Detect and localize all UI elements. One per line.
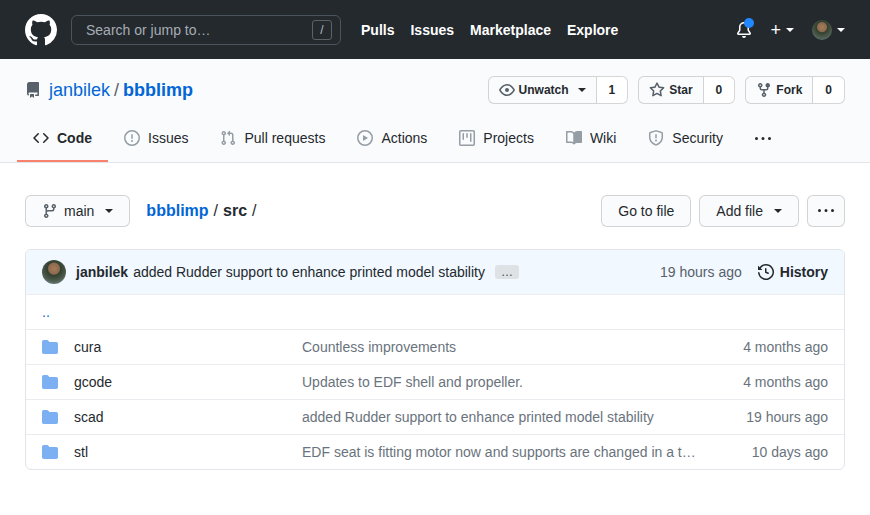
git-branch-icon [42,203,58,219]
tab-actions-label: Actions [381,130,427,146]
user-avatar [812,20,832,40]
table-row: gcode Updates to EDF shell and propeller… [26,364,844,399]
chevron-down-icon [774,209,782,217]
tab-pull-requests[interactable]: Pull requests [204,118,341,162]
file-commit-message-link[interactable]: EDF seat is fitting motor now and suppor… [302,444,700,460]
tab-wiki-label: Wiki [590,130,616,146]
topbar-right: + [736,20,845,40]
shield-icon [648,130,664,146]
fork-label: Fork [776,80,802,100]
tab-actions[interactable]: Actions [341,118,443,162]
commit-description-expander[interactable]: … [495,265,519,279]
commit-author-link[interactable]: janbilek [76,264,128,280]
pull-request-icon [220,130,236,146]
tab-wiki[interactable]: Wiki [550,118,632,162]
watch-button-group: Unwatch 1 [488,76,629,104]
fork-button[interactable]: Fork [745,76,813,104]
chevron-down-icon [837,28,845,36]
page-title: janbilek/bbblimp [49,80,193,101]
repo-social-actions: Unwatch 1 Star 0 Fork 0 [488,76,845,104]
file-commit-age[interactable]: 10 days ago [716,444,828,460]
history-label: History [780,264,828,280]
book-icon [566,130,582,146]
user-menu[interactable] [812,20,845,40]
file-navigation-toolbar: main bbblimp/src/ Go to file Add file [25,195,845,227]
tab-security-label: Security [672,130,723,146]
file-commit-message-link[interactable]: added Rudder support to enhance printed … [302,409,654,425]
file-commit-message-link[interactable]: Countless improvements [302,339,456,355]
top-navigation-bar: / Pulls Issues Marketplace Explore + [0,0,870,59]
breadcrumb-trailing-separator: / [247,202,261,219]
repo-owner-link[interactable]: janbilek [49,80,110,100]
repo-content: main bbblimp/src/ Go to file Add file ja… [0,163,870,470]
history-link[interactable]: History [758,264,828,280]
tab-pull-requests-label: Pull requests [244,130,325,146]
project-icon [459,130,475,146]
table-row: cura Countless improvements 4 months ago [26,329,844,364]
add-file-button[interactable]: Add file [699,195,799,227]
tab-security[interactable]: Security [632,118,739,162]
tab-issues-label: Issues [148,130,188,146]
forks-count[interactable]: 0 [813,76,845,104]
star-icon [649,82,665,98]
nav-issues[interactable]: Issues [410,22,454,38]
fork-icon [756,82,772,98]
nav-pulls[interactable]: Pulls [361,22,394,38]
commit-author-avatar[interactable] [42,260,66,284]
nav-marketplace[interactable]: Marketplace [470,22,551,38]
notifications-bell-icon[interactable] [736,22,752,38]
chevron-down-icon [578,88,586,96]
current-branch-label: main [64,201,94,221]
tab-code-label: Code [57,130,92,146]
breadcrumb-current-dir: src [223,202,247,219]
commit-time[interactable]: 19 hours ago [660,264,742,280]
more-tabs-kebab-icon[interactable] [747,119,779,161]
parent-directory-row: .. [26,294,844,329]
parent-directory-link[interactable]: .. [42,304,50,320]
go-to-file-button[interactable]: Go to file [601,195,691,227]
table-row: scad added Rudder support to enhance pri… [26,399,844,434]
repo-tab-bar: Code Issues Pull requests Actions Projec… [0,118,870,162]
branch-selector-button[interactable]: main [25,195,130,227]
kebab-horizontal-icon [818,203,834,219]
star-label: Star [669,80,692,100]
commit-message-link[interactable]: added Rudder support to enhance printed … [133,264,485,280]
folder-icon [42,374,58,390]
history-clock-icon [758,264,774,280]
file-commit-age[interactable]: 4 months ago [716,374,828,390]
chevron-down-icon [786,28,794,36]
folder-icon [42,409,58,425]
tab-issues[interactable]: Issues [108,118,204,162]
search-input[interactable] [84,21,312,39]
file-commit-age[interactable]: 19 hours ago [716,409,828,425]
file-commit-age[interactable]: 4 months ago [716,339,828,355]
slash-key-hint: / [312,20,332,40]
breadcrumb: bbblimp/src/ [146,202,261,220]
chevron-down-icon [105,209,113,217]
create-new-menu[interactable]: + [770,21,794,39]
nav-explore[interactable]: Explore [567,22,618,38]
github-logo-icon[interactable] [25,14,57,46]
file-name-link[interactable]: scad [74,409,104,425]
tab-code[interactable]: Code [17,118,108,162]
star-button-group: Star 0 [638,76,735,104]
file-name-link[interactable]: cura [74,339,101,355]
file-commit-message-link[interactable]: Updates to EDF shell and propeller. [302,374,523,390]
repo-name-link[interactable]: bbblimp [123,80,193,100]
star-button[interactable]: Star [638,76,703,104]
add-file-label: Add file [716,201,763,221]
folder-icon [42,339,58,355]
top-nav-links: Pulls Issues Marketplace Explore [361,22,618,38]
breadcrumb-separator: / [209,202,223,219]
watchers-count[interactable]: 1 [597,76,629,104]
fork-button-group: Fork 0 [745,76,845,104]
file-name-link[interactable]: gcode [74,374,112,390]
file-name-link[interactable]: stl [74,444,88,460]
stars-count[interactable]: 0 [704,76,736,104]
unread-notifications-dot [744,18,754,28]
tab-projects[interactable]: Projects [443,118,550,162]
unwatch-button[interactable]: Unwatch [488,76,597,104]
more-options-kebab-button[interactable] [807,195,845,227]
breadcrumb-repo-link[interactable]: bbblimp [146,202,208,219]
eye-icon [499,82,515,98]
